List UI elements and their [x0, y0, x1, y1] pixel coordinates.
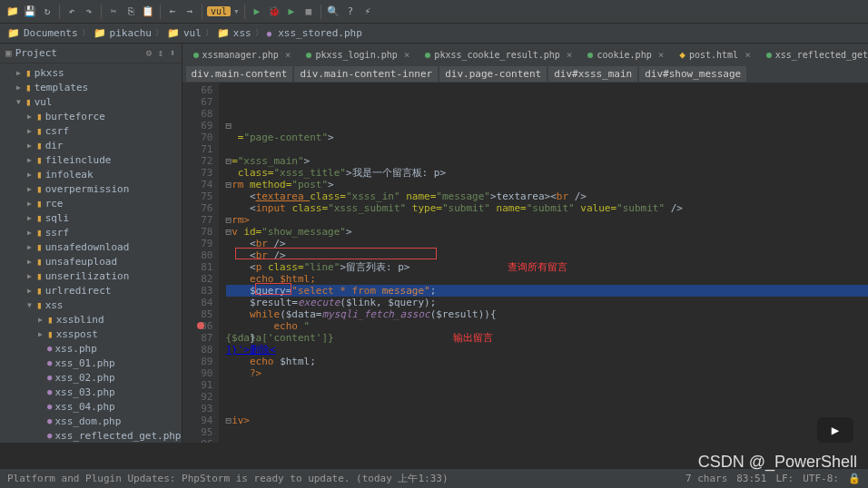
tree-item-xss.php[interactable]: ●xss.php — [0, 341, 182, 356]
watermark: CSDN @_PowerShell — [698, 453, 857, 472]
redo-icon[interactable]: ↷ — [82, 5, 96, 19]
back-icon[interactable]: ← — [165, 5, 180, 19]
more-icon[interactable]: ⚡ — [360, 5, 375, 19]
breadcrumb: 📁Documents〉 📁pikachu〉 📁vul〉 📁xss〉 ●xss_s… — [0, 24, 868, 44]
save-icon[interactable]: 💾 — [23, 5, 37, 19]
line-gutter: 6667686970717273747576777879808182838485… — [182, 83, 219, 443]
tab-xssmanager.php[interactable]: xssmanager.php× — [186, 45, 299, 64]
annotation-1: 查询所有留言 — [508, 261, 567, 273]
tree-item-xss_03.php[interactable]: ●xss_03.php — [0, 385, 182, 399]
folder-icon: 📁 — [7, 27, 20, 39]
tab-xss_reflected_get.php[interactable]: xss_reflected_get.php× — [759, 45, 868, 64]
crumb-tag[interactable]: div.page-content — [439, 66, 547, 82]
settings-icon[interactable]: 🔍 — [326, 5, 340, 19]
status-enc: UTF-8: — [803, 473, 839, 484]
copy-icon[interactable]: ⎘ — [123, 5, 138, 19]
refresh-icon[interactable]: ↻ — [40, 5, 54, 19]
stop-icon[interactable]: ■ — [301, 5, 316, 19]
crumb-3[interactable]: xss — [233, 27, 252, 39]
tree-item-xss_reflected_get.php[interactable]: ●xss_reflected_get.php — [0, 428, 182, 443]
editor-tabs: xssmanager.php×pkxss_login.php×pkxss_coo… — [182, 44, 869, 64]
open-icon[interactable]: 📁 — [5, 5, 20, 19]
tree-item-unsafedownload[interactable]: ▶▮unsafedownload — [0, 239, 182, 254]
crumb-tag[interactable]: div.main-content-inner — [294, 66, 438, 82]
help-icon[interactable]: ? — [343, 5, 358, 19]
tree-item-vul[interactable]: ▼▮vul — [0, 94, 182, 109]
run-icon[interactable]: ▶ — [250, 5, 264, 19]
run-config[interactable]: vul — [207, 6, 231, 16]
tree-item-xss_01.php[interactable]: ●xss_01.php — [0, 356, 182, 370]
crumb-tag[interactable]: div#xsss_main — [548, 66, 637, 82]
tree-item-dir[interactable]: ▶▮dir — [0, 138, 182, 152]
tree-item-csrf[interactable]: ▶▮csrf — [0, 123, 182, 138]
video-overlay-icon[interactable]: ▶ — [817, 417, 853, 443]
tree-item-overpermission[interactable]: ▶▮overpermission — [0, 181, 182, 196]
tree-item-pkxss[interactable]: ▶▮pkxss — [0, 65, 182, 80]
tree-item-xss_04.php[interactable]: ●xss_04.php — [0, 399, 182, 414]
tree-item-xss[interactable]: ▼▮xss — [0, 298, 182, 312]
crumb-2[interactable]: vul — [183, 27, 202, 39]
tab-pkxss_login.php[interactable]: pkxss_login.php× — [299, 45, 417, 64]
crumb-1[interactable]: pikachu — [110, 27, 152, 39]
debug-icon[interactable]: 🐞 — [267, 5, 281, 19]
tree-item-urlredirect[interactable]: ▶▮urlredirect — [0, 283, 182, 298]
crumb-tag[interactable]: div.main-content — [186, 66, 293, 82]
tab-pkxss_cookie_result.php[interactable]: pkxss_cookie_result.php× — [418, 45, 579, 64]
status-lf: LF: — [775, 473, 794, 484]
tree-item-unserilization[interactable]: ▶▮unserilization — [0, 268, 182, 283]
sidebar-header[interactable]: ▣Project ⚙ ↕ ⬍ — [0, 44, 182, 63]
tree-item-xsspost[interactable]: ▶▮xsspost — [0, 327, 182, 341]
forward-icon[interactable]: → — [182, 5, 197, 19]
tree-item-unsafeupload[interactable]: ▶▮unsafeupload — [0, 254, 182, 268]
paste-icon[interactable]: 📋 — [141, 5, 155, 19]
status-pos: 83:51 — [736, 473, 766, 484]
undo-icon[interactable]: ↶ — [64, 5, 79, 19]
crumb-4[interactable]: xss_stored.php — [278, 27, 362, 39]
tree-item-ssrf[interactable]: ▶▮ssrf — [0, 225, 182, 239]
crumb-tag[interactable]: div#show_message — [639, 66, 746, 82]
tree-item-rce[interactable]: ▶▮rce — [0, 196, 182, 210]
tree-item-sqli[interactable]: ▶▮sqli — [0, 210, 182, 225]
tree-item-xss_02.php[interactable]: ●xss_02.php — [0, 370, 182, 385]
tree-item-fileinclude[interactable]: ▶▮fileinclude — [0, 152, 182, 167]
structure-breadcrumb: div.main-contentdiv.main-content-innerdi… — [182, 64, 869, 83]
tree-item-burteforce[interactable]: ▶▮burteforce — [0, 109, 182, 123]
status-chars: 7 chars — [686, 473, 727, 484]
run2-icon[interactable]: ▶ — [284, 5, 299, 19]
code-editor[interactable]: ⊟ ="page-content">⊟="xsss_main"> class="… — [219, 83, 869, 443]
annotation-2: 输出留言 — [453, 332, 493, 344]
project-sidebar: ▣Project ⚙ ↕ ⬍ ▶▮pkxss▶▮templates▼▮vul▶▮… — [0, 44, 182, 443]
main-toolbar: 📁 💾 ↻ ↶ ↷ ✂ ⎘ 📋 ← → vul ▾ ▶ 🐞 ▶ ■ 🔍 ? ⚡ — [0, 0, 868, 24]
tree-item-xss_dom.php[interactable]: ●xss_dom.php — [0, 414, 182, 428]
tab-post.html[interactable]: ◆post.html× — [672, 45, 757, 64]
tree-item-templates[interactable]: ▶▮templates — [0, 80, 182, 94]
project-tree[interactable]: ▶▮pkxss▶▮templates▼▮vul▶▮burteforce▶▮csr… — [0, 63, 182, 443]
tree-item-xssblind[interactable]: ▶▮xssblind — [0, 312, 182, 327]
lock-icon: 🔒 — [848, 473, 861, 484]
cut-icon[interactable]: ✂ — [106, 5, 121, 19]
editor-area: xssmanager.php×pkxss_login.php×pkxss_coo… — [182, 44, 869, 443]
crumb-0[interactable]: Documents — [24, 27, 78, 39]
tab-cookie.php[interactable]: cookie.php× — [580, 45, 671, 64]
status-message: Platform and Plugin Updates: PhpStorm is… — [7, 472, 449, 485]
tree-item-infoleak[interactable]: ▶▮infoleak — [0, 167, 182, 181]
